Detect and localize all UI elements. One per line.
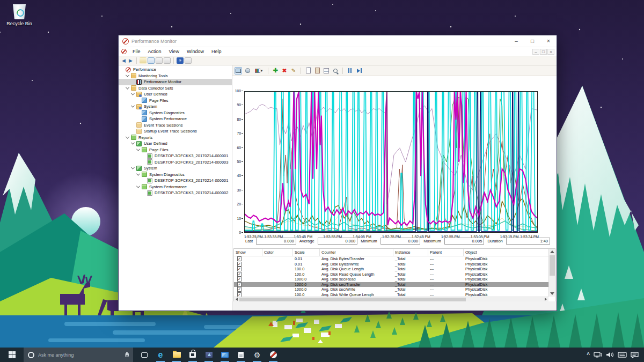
paste-counter-list-icon[interactable]	[313, 67, 321, 75]
chevron-expanded-icon[interactable]	[136, 184, 140, 188]
window-icon[interactable]	[148, 57, 155, 64]
checkbox-checked-icon[interactable]: ✓	[237, 267, 241, 271]
chevron-expanded-icon[interactable]	[126, 73, 129, 77]
child-close-button[interactable]: ×	[547, 49, 554, 55]
tree-item[interactable]: DESKTOP-3OFCKK3_20170214-000001	[119, 178, 232, 184]
tree-item[interactable]: Performance Monitor	[119, 79, 232, 85]
export-list-icon[interactable]	[156, 57, 163, 64]
column-header-object[interactable]: Object	[464, 249, 552, 256]
highlight-icon[interactable]: ✎	[290, 67, 297, 75]
taskbar-settings[interactable]: ⚙	[249, 348, 265, 362]
scroll-left-icon[interactable]	[236, 298, 238, 301]
horizontal-scroll-thumb[interactable]	[239, 298, 466, 301]
scroll-down-icon[interactable]	[550, 292, 554, 295]
chevron-expanded-icon[interactable]	[126, 85, 129, 89]
tree-item[interactable]: User Defined	[119, 141, 232, 147]
counter-row[interactable]: ✓0.01Avg. Disk Bytes/Write_Total---Physi…	[234, 262, 555, 267]
chevron-expanded-icon[interactable]	[136, 147, 140, 151]
minimize-button[interactable]: –	[508, 35, 524, 47]
vertical-scroll-thumb[interactable]	[550, 255, 555, 276]
tree-item[interactable]: Monitoring Tools	[119, 73, 232, 79]
tree-item[interactable]: Event Trace Sessions	[119, 122, 232, 129]
tree-item[interactable]: Startup Event Trace Sessions	[119, 128, 232, 135]
touch-keyboard-icon[interactable]	[618, 351, 627, 358]
counter-row[interactable]: ✓1000.0Avg. Disk sec/Read_Total---Physic…	[234, 277, 555, 282]
checkbox-checked-icon[interactable]: ✓	[237, 277, 241, 282]
tree-item[interactable]: DESKTOP-3OFCKK3_20170214-000002	[119, 190, 232, 196]
child-restore-button[interactable]: □	[540, 49, 547, 55]
tree-item[interactable]: Reports	[119, 135, 232, 141]
microphone-icon[interactable]	[125, 352, 129, 358]
menu-file[interactable]: File	[129, 49, 144, 54]
chevron-expanded-icon[interactable]	[131, 92, 135, 95]
menu-view[interactable]: View	[165, 49, 183, 54]
checkbox-checked-icon[interactable]: ✓	[237, 262, 241, 267]
view-current-activity-icon[interactable]	[235, 67, 242, 75]
tree-item[interactable]: DESKTOP-3OFCKK3_20170214-000001	[119, 153, 232, 159]
tree-item[interactable]: System	[119, 104, 232, 110]
counter-row[interactable]: ✓1000.0Avg. Disk sec/Write_Total---Physi…	[234, 287, 555, 292]
horizontal-scrollbar[interactable]	[234, 297, 548, 301]
console-window-icon[interactable]	[185, 57, 192, 64]
view-log-data-icon[interactable]	[244, 67, 251, 75]
copy-properties-icon[interactable]	[304, 67, 312, 75]
delete-counter-icon[interactable]: ✖	[281, 67, 288, 75]
title-bar[interactable]: Performance Monitor – □ ×	[119, 35, 557, 47]
taskbar-performance-monitor[interactable]	[265, 348, 281, 362]
column-header-instance[interactable]: Instance	[393, 249, 428, 256]
tree-item[interactable]: System	[119, 165, 232, 172]
tree-item[interactable]: System Diagnostics	[119, 172, 232, 178]
scroll-up-icon[interactable]	[550, 250, 554, 253]
network-icon[interactable]	[594, 351, 602, 358]
properties-icon[interactable]	[164, 57, 171, 64]
tree-item[interactable]: Page Files	[119, 98, 232, 104]
column-header-color[interactable]: Color	[262, 249, 293, 256]
column-header-parent[interactable]: Parent	[428, 249, 464, 256]
tree-item[interactable]: System Diagnostics	[119, 110, 232, 116]
tray-chevron-icon[interactable]: ^	[587, 352, 590, 358]
scroll-right-icon[interactable]	[545, 298, 547, 301]
column-header-counter[interactable]: Counter	[320, 249, 393, 256]
maximize-button[interactable]: □	[524, 35, 540, 47]
counter-row[interactable]: ✓0.01Avg. Disk Bytes/Transfer_Total---Ph…	[234, 256, 555, 262]
forward-icon[interactable]: ▶	[128, 58, 134, 63]
column-header-show[interactable]: Show	[234, 249, 262, 256]
add-counter-icon[interactable]: ✚	[272, 67, 279, 75]
close-button[interactable]: ×	[540, 35, 557, 47]
taskbar-movies-app[interactable]	[217, 348, 233, 362]
menu-window[interactable]: Window	[183, 49, 208, 54]
menu-action[interactable]: Action	[144, 49, 165, 54]
counter-row[interactable]: ✓1000.0Avg. Disk sec/Transfer_Total---Ph…	[234, 282, 555, 287]
tree-item[interactable]: System Performance	[119, 116, 232, 122]
child-minimize-button[interactable]: –	[532, 49, 539, 55]
taskbar-edge[interactable]: e	[152, 348, 169, 362]
checkbox-checked-icon[interactable]: ✓	[237, 256, 241, 261]
action-center-icon[interactable]	[631, 351, 639, 358]
tree-item[interactable]: DESKTOP-3OFCKK3_20170214-000003	[119, 159, 232, 166]
checkbox-checked-icon[interactable]: ✓	[237, 287, 241, 292]
checkbox-checked-icon[interactable]: ✓	[237, 272, 241, 277]
volume-icon[interactable]	[606, 351, 614, 358]
taskbar-notepad[interactable]	[233, 348, 249, 362]
task-view-button[interactable]	[136, 348, 152, 362]
column-header-scale[interactable]: Scale	[293, 249, 320, 256]
tree-item[interactable]: User Defined	[119, 91, 232, 98]
freeze-display-icon[interactable]	[346, 67, 354, 75]
graph-properties-icon[interactable]	[323, 67, 330, 75]
taskbar-file-explorer[interactable]	[169, 348, 185, 362]
back-icon[interactable]: ◀	[121, 58, 127, 63]
menu-help[interactable]: Help	[208, 49, 225, 54]
update-data-icon[interactable]	[355, 67, 363, 75]
recycle-bin[interactable]: Recycle Bin	[4, 4, 34, 26]
taskbar-installer-app[interactable]	[201, 348, 217, 362]
chevron-expanded-icon[interactable]	[136, 172, 140, 175]
cortana-search[interactable]: Ask me anything	[24, 348, 133, 362]
start-button[interactable]	[0, 348, 24, 362]
checkbox-checked-icon[interactable]: ✓	[237, 282, 241, 287]
chevron-expanded-icon[interactable]	[131, 104, 135, 108]
chevron-expanded-icon[interactable]	[126, 135, 129, 138]
change-graph-type-icon[interactable]: ▾	[253, 67, 265, 75]
line-graph[interactable]	[244, 91, 538, 233]
tree-item[interactable]: Data Collector Sets	[119, 85, 232, 92]
tree-item[interactable]: System Performance	[119, 184, 232, 190]
